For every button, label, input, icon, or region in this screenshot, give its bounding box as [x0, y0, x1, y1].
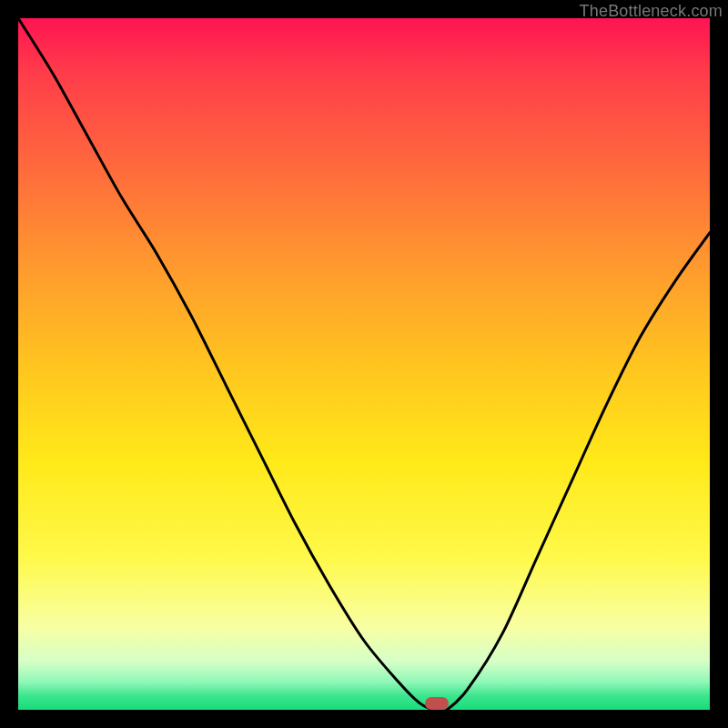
bottleneck-curve: [18, 18, 710, 710]
plot-area: [18, 18, 710, 710]
optimal-point-marker: [425, 697, 449, 710]
chart-container: TheBottleneck.com: [0, 0, 728, 728]
curve-layer: [18, 18, 710, 710]
